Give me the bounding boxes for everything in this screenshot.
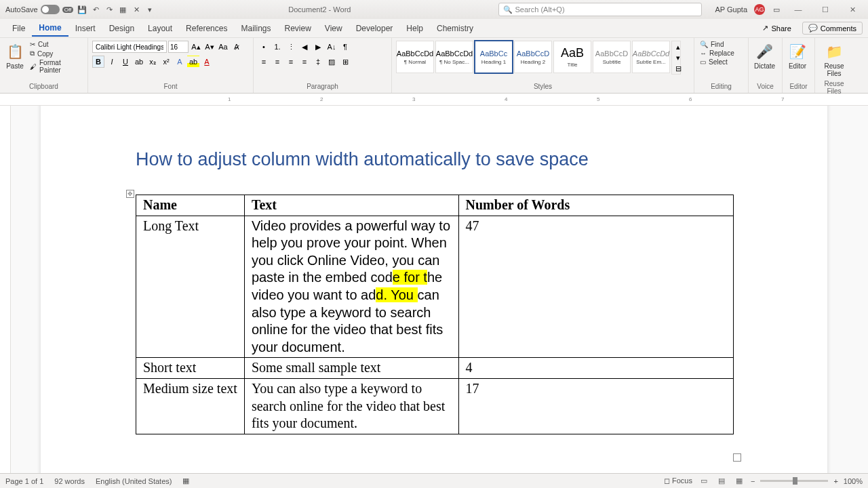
qat-icon[interactable]: ▦ [118,5,127,14]
font-size-select[interactable] [168,41,189,53]
italic-button[interactable]: I [106,56,118,68]
style-title[interactable]: AaBTitle [553,41,591,73]
bullets-button[interactable]: • [258,41,270,53]
zoom-out-button[interactable]: − [751,477,755,485]
cell-name[interactable]: Short text [136,358,245,379]
table-resize-handle[interactable] [733,453,741,462]
tab-layout[interactable]: Layout [141,21,179,36]
indent-button[interactable]: ▶ [312,41,324,53]
copy-button[interactable]: ⧉Copy [28,49,83,58]
cell-text[interactable]: Video provides a powerful way to help yo… [244,216,458,358]
multilevel-button[interactable]: ⋮ [285,41,297,53]
select-button[interactable]: ▭Select [698,58,736,66]
zoom-level[interactable]: 100% [844,477,863,485]
page[interactable]: How to adjust column width automatically… [41,106,827,473]
tab-design[interactable]: Design [102,21,141,36]
justify-button[interactable]: ≡ [298,56,311,68]
superscript-button[interactable]: x² [160,56,172,68]
heading-1[interactable]: How to adjust column width automatically… [136,149,732,170]
print-layout-button[interactable]: ▤ [715,476,728,487]
cell-words[interactable]: 17 [458,378,733,434]
replace-button[interactable]: ↔Replace [698,49,736,57]
tab-references[interactable]: References [179,21,234,36]
tab-chemistry[interactable]: Chemistry [430,21,480,36]
clear-format-button[interactable]: A̷ [231,41,243,53]
shrink-font-button[interactable]: A▾ [203,41,216,53]
style-down-button[interactable]: ▾ [672,52,684,63]
underline-button[interactable]: U [119,56,132,68]
cell-name[interactable]: Long Text [136,216,245,358]
table-move-handle[interactable]: ✥ [126,190,134,198]
redo-icon[interactable]: ↷ [104,5,114,14]
grow-font-button[interactable]: A▴ [190,41,202,53]
undo-icon[interactable]: ↶ [91,5,100,14]
save-icon[interactable]: 💾 [77,5,87,14]
user-avatar[interactable]: AG [754,4,765,15]
focus-mode[interactable]: ◻ Focus [664,476,692,485]
cell-name[interactable]: Medium size text [136,378,245,434]
strike-button[interactable]: ab [133,56,145,68]
line-spacing-button[interactable]: ‡ [312,56,324,68]
zoom-in-button[interactable]: + [833,477,837,485]
tab-mailings[interactable]: Mailings [234,21,277,36]
share-button[interactable]: ↗Share [757,22,796,34]
shading-button[interactable]: ▨ [326,56,338,68]
sort-button[interactable]: A↓ [326,41,338,53]
style-subtitle[interactable]: AaBbCcDSubtitle [593,41,631,73]
style-up-button[interactable]: ▴ [672,41,684,52]
tab-insert[interactable]: Insert [68,21,102,36]
tab-home[interactable]: Home [32,20,68,37]
qat-icon[interactable]: ✕ [132,5,141,14]
style-nospacing[interactable]: AaBbCcDd¶ No Spac... [435,41,473,73]
col-text-header[interactable]: Text [244,195,458,216]
web-layout-button[interactable]: ▦ [733,476,745,487]
align-center-button[interactable]: ≡ [271,56,283,68]
change-case-button[interactable]: Aa [217,41,229,53]
dedent-button[interactable]: ◀ [298,41,311,53]
cell-text[interactable]: You can also type a keyword to search on… [244,378,458,434]
editor-button[interactable]: 📝Editor [787,41,808,71]
cell-words[interactable]: 4 [458,358,733,379]
macro-icon[interactable]: ▦ [182,476,189,485]
word-count[interactable]: 92 words [54,477,85,485]
align-right-button[interactable]: ≡ [285,56,297,68]
tab-help[interactable]: Help [399,21,430,36]
tab-view[interactable]: View [318,21,349,36]
style-subtleem[interactable]: AaBbCcDdSubtle Em... [632,41,670,73]
numbering-button[interactable]: 1. [271,41,283,53]
document-table[interactable]: Name Text Number of Words Long Text Vide… [136,195,734,434]
style-normal[interactable]: AaBbCcDd¶ Normal [396,41,434,73]
font-color-button[interactable]: A [201,56,213,68]
qat-more-icon[interactable]: ▾ [145,5,155,14]
tab-file[interactable]: File [5,21,32,36]
cell-words[interactable]: 47 [458,216,733,358]
close-button[interactable]: ✕ [842,3,863,16]
align-left-button[interactable]: ≡ [258,56,270,68]
col-words-header[interactable]: Number of Words [458,195,733,216]
user-name[interactable]: AP Gupta [715,5,748,14]
zoom-slider[interactable] [760,480,828,482]
search-box[interactable]: 🔍 Search (Alt+Q) [498,3,702,16]
styles-gallery[interactable]: AaBbCcDd¶ Normal AaBbCcDd¶ No Spac... Aa… [396,41,681,75]
page-status[interactable]: Page 1 of 1 [5,477,43,485]
pilcrow-button[interactable]: ¶ [339,41,351,53]
text-effects-button[interactable]: A [174,56,186,68]
maximize-button[interactable]: ☐ [815,3,835,16]
comments-button[interactable]: 💬Comments [802,22,863,35]
read-mode-button[interactable]: ▭ [698,476,710,487]
autosave-toggle[interactable]: AutoSave Off [5,5,73,14]
tab-developer[interactable]: Developer [349,21,400,36]
font-name-select[interactable] [92,41,167,53]
format-painter-button[interactable]: 🖌Format Painter [28,59,83,74]
col-name-header[interactable]: Name [136,195,245,216]
find-button[interactable]: 🔍Find [698,41,736,48]
bold-button[interactable]: B [92,56,104,68]
style-more-button[interactable]: ⊟ [672,63,684,74]
tab-review[interactable]: Review [277,21,317,36]
paste-button[interactable]: 📋 Paste [4,41,26,71]
ruler[interactable]: 1 2 3 4 5 6 7 [0,94,868,106]
cut-button[interactable]: ✂Cut [28,41,83,48]
reuse-files-button[interactable]: 📁Reuse Files [819,41,849,79]
minimize-button[interactable]: — [788,3,808,16]
style-heading2[interactable]: AaBbCcDHeading 2 [514,41,552,73]
